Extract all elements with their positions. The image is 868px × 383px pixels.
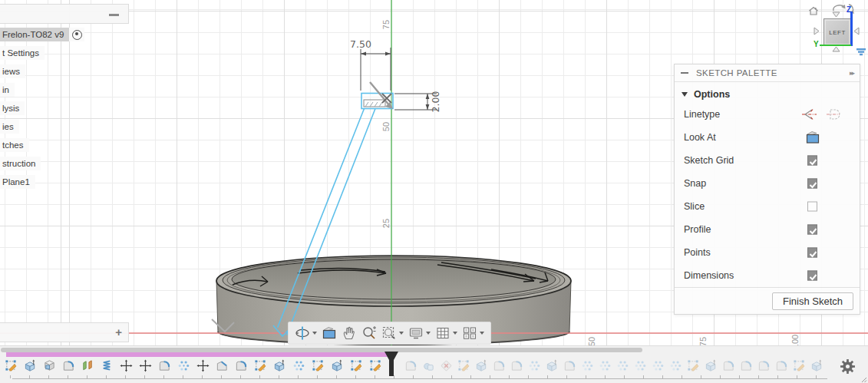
- browser-item-named-views[interactable]: iews: [0, 64, 84, 78]
- nav-pan-button[interactable]: [339, 324, 359, 342]
- dropdown-caret-icon[interactable]: [426, 332, 431, 335]
- home-icon[interactable]: [807, 5, 820, 16]
- timeline-feature-fillet[interactable]: [59, 357, 78, 374]
- timeline-feature-move[interactable]: [193, 357, 213, 374]
- browser-item-label[interactable]: tches: [0, 138, 29, 152]
- timeline-future-feature-sketch[interactable]: [685, 357, 702, 374]
- dimensions-checkbox[interactable]: [807, 271, 817, 281]
- browser-item-label[interactable]: t Settings: [0, 46, 45, 60]
- triangle-right[interactable]: [853, 27, 860, 35]
- viewcube-face[interactable]: LEFT: [823, 18, 851, 46]
- timeline-playhead[interactable]: [384, 351, 399, 378]
- timeline-feature-extrude[interactable]: [328, 357, 347, 374]
- browser-item-label[interactable]: in: [0, 83, 15, 97]
- model-viewport[interactable]: 7.50 2.00 75 50 25 50 75 100 Frelon-TO82: [0, 0, 868, 345]
- filter-funnel-icon[interactable]: [856, 48, 866, 56]
- dimension-height[interactable]: 2.00: [394, 91, 441, 113]
- sketch-palette-header[interactable]: SKETCH PALETTE ▸▸: [675, 64, 860, 82]
- browser-item-origin[interactable]: in: [0, 83, 84, 97]
- timeline-future-feature-extrude[interactable]: [543, 357, 561, 374]
- browser-expand-icon[interactable]: +: [115, 325, 122, 338]
- nav-zoom-button[interactable]: [359, 324, 379, 342]
- timeline-feature-circular-pattern[interactable]: [289, 357, 309, 374]
- timeline-feature-move[interactable]: [117, 357, 136, 374]
- timeline-future-feature-circular-pattern[interactable]: [526, 357, 543, 374]
- timeline-ruler[interactable]: [12, 378, 827, 379]
- triangle-up-arrow[interactable]: [832, 12, 840, 18]
- timeline-future-feature-delete[interactable]: [437, 357, 455, 374]
- timeline-future-feature-fillet[interactable]: [561, 357, 579, 374]
- triangle-down-arrow[interactable]: [832, 46, 840, 52]
- nav-display-settings-button[interactable]: [406, 324, 433, 342]
- finish-sketch-button[interactable]: Finish Sketch: [772, 292, 853, 310]
- browser-item-document-settings[interactable]: t Settings: [0, 46, 84, 60]
- browser-item-analysis[interactable]: lysis: [0, 101, 84, 115]
- timeline-future-feature-fillet[interactable]: [720, 357, 738, 374]
- browser-item-label[interactable]: Plane1: [0, 175, 35, 189]
- points-checkbox[interactable]: [807, 248, 817, 258]
- browser-item-label[interactable]: ies: [0, 120, 19, 134]
- browser-footer[interactable]: +: [0, 322, 129, 342]
- timeline-feature-sketch[interactable]: [366, 357, 385, 374]
- options-section-header[interactable]: Options: [675, 82, 860, 103]
- timeline-feature-chamfer[interactable]: [213, 357, 232, 374]
- timeline-feature-mirror[interactable]: [78, 357, 97, 374]
- browser-item-bodies[interactable]: ies: [0, 120, 84, 134]
- resize-grip[interactable]: [861, 377, 867, 383]
- browser-item-label[interactable]: lysis: [0, 101, 25, 115]
- browser-item-plane1[interactable]: Plane1: [0, 175, 84, 189]
- browser-item-label[interactable]: struction: [0, 157, 41, 170]
- browser-item-label[interactable]: iews: [0, 64, 25, 78]
- gear-icon[interactable]: [840, 358, 856, 375]
- nav-orbit-button[interactable]: [292, 324, 319, 342]
- timeline-future-feature-circular-pattern[interactable]: [579, 357, 596, 374]
- timeline-feature-extrude[interactable]: [270, 357, 289, 374]
- slice-checkbox[interactable]: [807, 202, 817, 212]
- dropdown-caret-icon[interactable]: [453, 332, 457, 335]
- nav-viewports-button[interactable]: [460, 324, 487, 342]
- radio-chip[interactable]: [69, 28, 84, 41]
- triangle-left[interactable]: [814, 27, 820, 35]
- palette-expand-icon[interactable]: ▸▸: [850, 69, 853, 77]
- browser-item-root[interactable]: Frelon-TO82 v9: [0, 28, 84, 41]
- profile-checkbox[interactable]: [807, 225, 817, 235]
- dropdown-caret-icon[interactable]: [399, 332, 404, 335]
- timeline-future-feature-circular-pattern[interactable]: [614, 357, 632, 374]
- look-at-icon[interactable]: [805, 130, 820, 144]
- browser-item-sketches[interactable]: tches: [0, 138, 84, 152]
- timeline-future-feature-fillet[interactable]: [508, 357, 526, 374]
- nav-fit-button[interactable]: [379, 324, 406, 342]
- timeline-feature-circular-pattern[interactable]: [174, 357, 193, 374]
- construction-line-icon[interactable]: [826, 109, 840, 121]
- timeline-feature-move[interactable]: [136, 357, 155, 374]
- timeline-future-feature-fillet[interactable]: [773, 357, 790, 374]
- browser-minimize-icon[interactable]: [109, 14, 119, 16]
- timeline-future-feature-extrude[interactable]: [473, 357, 490, 374]
- timeline-future-feature-fillet[interactable]: [402, 357, 420, 374]
- timeline-feature-extrude[interactable]: [21, 357, 40, 374]
- timeline-feature-fillet[interactable]: [232, 357, 251, 374]
- browser-item-label[interactable]: Frelon-TO82 v9: [0, 28, 69, 41]
- sketch-grid-checkbox[interactable]: [807, 156, 817, 166]
- dropdown-caret-icon[interactable]: [312, 332, 317, 335]
- timeline-feature-coil[interactable]: [97, 357, 117, 374]
- timeline-feature-sketch[interactable]: [251, 357, 270, 374]
- timeline-feature-box[interactable]: [40, 357, 59, 374]
- timeline-feature-sketch[interactable]: [2, 357, 21, 374]
- snap-checkbox[interactable]: [807, 179, 817, 189]
- timeline-feature-sketch[interactable]: [309, 357, 328, 374]
- timeline-future-feature-combine[interactable]: [420, 357, 437, 374]
- viewcube[interactable]: LEFT Z Y: [798, 0, 868, 61]
- timeline-future-feature-extrude[interactable]: [808, 357, 826, 374]
- timeline-feature-fillet[interactable]: [155, 357, 174, 374]
- centerline-icon[interactable]: [801, 108, 817, 121]
- timeline-future-feature-sketch[interactable]: [790, 357, 808, 374]
- nav-look-at-button[interactable]: [319, 324, 339, 342]
- dropdown-caret-icon[interactable]: [480, 332, 484, 335]
- timeline-future-feature-fillet[interactable]: [490, 357, 508, 374]
- nav-layout-grid-button[interactable]: [433, 324, 460, 342]
- timeline-future-feature-circular-pattern[interactable]: [632, 357, 649, 374]
- timeline-future-feature-sketch[interactable]: [455, 357, 473, 374]
- timeline-future-feature-extrude[interactable]: [702, 357, 720, 374]
- timeline-feature-sketch[interactable]: [347, 357, 366, 374]
